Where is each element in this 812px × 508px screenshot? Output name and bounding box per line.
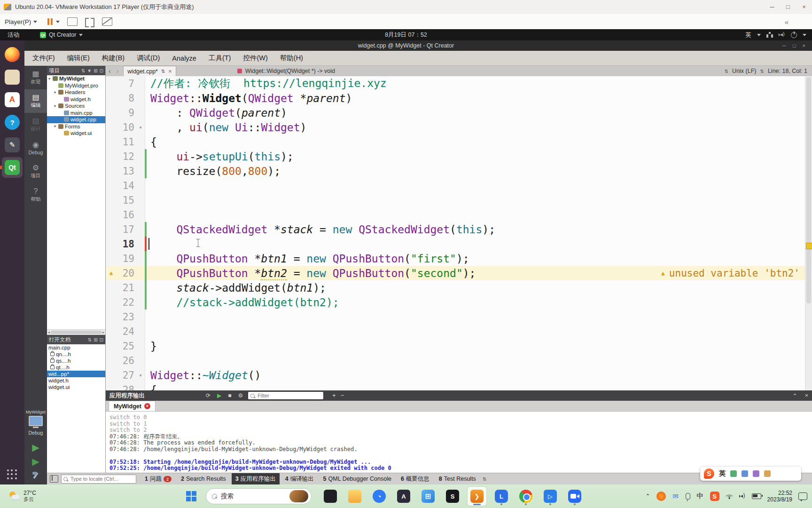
open-document-item[interactable]: qt....h bbox=[47, 364, 105, 371]
send-ctrl-alt-del-icon[interactable] bbox=[67, 17, 78, 26]
open-document-item[interactable]: main.cpp bbox=[47, 344, 105, 351]
open-document-item[interactable]: widget.ui bbox=[47, 384, 105, 390]
editor-scrollbar[interactable] bbox=[805, 76, 812, 390]
tab-combo-icon[interactable]: ⇅ bbox=[161, 69, 165, 74]
panel-button-2[interactable]: 2Search Results bbox=[177, 473, 230, 484]
tray-fox-icon[interactable] bbox=[656, 492, 666, 501]
code-line[interactable]: 23 bbox=[106, 310, 812, 324]
filter-icon[interactable]: ▼ bbox=[87, 68, 92, 73]
taskbar-app-vmware[interactable]: ❯ bbox=[468, 487, 486, 506]
dock-item-texteditor[interactable]: ✎ bbox=[2, 135, 23, 155]
cursor-position-indicator[interactable]: Line: 18, Col: 1 bbox=[768, 68, 807, 74]
locator-input[interactable] bbox=[70, 476, 128, 482]
code-line[interactable]: 24 bbox=[106, 324, 812, 339]
expander-icon[interactable]: ▾ bbox=[54, 124, 58, 128]
player-menu[interactable]: Player(P) bbox=[5, 18, 37, 25]
menu-item[interactable]: 调试(D) bbox=[132, 52, 165, 64]
code-line[interactable]: 17 QStackedWidget *stack = new QStackedW… bbox=[106, 222, 812, 237]
scroll-left-icon[interactable]: ◂ bbox=[48, 330, 50, 334]
app-menu[interactable]: Qt Qt Creator bbox=[40, 32, 83, 38]
open-document-item[interactable]: qs....h bbox=[47, 357, 105, 364]
code-line[interactable]: 15 bbox=[106, 193, 812, 207]
code-line[interactable]: 7//作者: 冷钦街 https://lengqinjie.xyz bbox=[106, 76, 812, 91]
handwriting-icon[interactable] bbox=[753, 470, 759, 477]
toolbox-icon[interactable] bbox=[764, 470, 771, 477]
taskbar-app-meeting[interactable] bbox=[565, 487, 584, 506]
code-line[interactable]: 8Widget::Widget(QWidget *parent) bbox=[106, 91, 812, 105]
window-close-icon[interactable]: × bbox=[803, 43, 805, 48]
output-filter[interactable] bbox=[248, 391, 324, 400]
search-daily-image[interactable] bbox=[289, 490, 308, 502]
sogou-input-bar[interactable]: S 英 bbox=[700, 467, 801, 481]
mode-item-项目[interactable]: ⚙项目 bbox=[24, 160, 47, 183]
code-line[interactable]: 28{ bbox=[106, 382, 812, 390]
menu-item[interactable]: 控件(W) bbox=[238, 52, 273, 64]
encoding-combo-icon[interactable]: ⇅ bbox=[725, 69, 728, 74]
mode-item-Debug[interactable]: ◉Debug bbox=[24, 136, 47, 160]
tray-mic-icon[interactable] bbox=[686, 493, 690, 500]
taskbar-app-appA[interactable]: A bbox=[394, 487, 413, 506]
warning-marker[interactable] bbox=[806, 243, 812, 249]
close-panel-icon[interactable]: × bbox=[805, 392, 808, 399]
tree-item[interactable]: ▾Sources bbox=[47, 103, 105, 110]
run-button[interactable]: ▶ bbox=[32, 442, 39, 452]
dock-item-help[interactable]: ? bbox=[2, 112, 23, 133]
nav-back-icon[interactable]: ‹ bbox=[106, 67, 114, 75]
wifi-icon[interactable] bbox=[726, 493, 733, 499]
taskbar-app-docs[interactable]: ▷ bbox=[541, 487, 560, 506]
open-document-item[interactable]: widget.h bbox=[47, 377, 105, 384]
menu-item[interactable]: 构建(B) bbox=[97, 52, 130, 64]
tree-item[interactable]: ▾Forms bbox=[47, 123, 105, 130]
mode-item-欢迎[interactable]: ▦欢迎 bbox=[24, 66, 47, 89]
vmware-close-button[interactable]: × bbox=[796, 0, 812, 14]
suspend-vm-button[interactable] bbox=[47, 18, 60, 25]
output-filter-input[interactable] bbox=[257, 392, 315, 399]
panel-button-4[interactable]: 4编译输出 bbox=[281, 473, 318, 484]
output-console[interactable]: switch to 0switch to 1switch to 207:46:2… bbox=[106, 412, 812, 472]
tree-item[interactable]: widget.cpp bbox=[47, 116, 105, 123]
encoding-indicator[interactable]: Unix (LF) bbox=[732, 68, 756, 74]
vmware-maximize-button[interactable]: □ bbox=[780, 0, 796, 14]
menu-item[interactable]: 工具(T) bbox=[203, 52, 236, 64]
cursor-combo-icon[interactable]: ⇅ bbox=[760, 69, 764, 74]
maximize-panel-icon[interactable]: ⌃ bbox=[792, 392, 797, 399]
code-line[interactable]: 10▾ , ui(new Ui::Widget) bbox=[106, 120, 812, 135]
panel-button-3[interactable]: 3应用程序输出 bbox=[232, 473, 280, 484]
scrollbar-thumb[interactable] bbox=[51, 331, 102, 334]
mode-item-帮助[interactable]: ?帮助 bbox=[24, 183, 47, 207]
panel-combo-icon[interactable]: ⇅ bbox=[88, 337, 92, 342]
locator[interactable] bbox=[61, 475, 136, 484]
tree-item[interactable]: widget.ui bbox=[47, 130, 105, 137]
code-line[interactable]: 18 bbox=[106, 237, 812, 251]
tray-ime-icon[interactable]: 中 bbox=[695, 492, 705, 501]
tray-chevron-icon[interactable]: ⌃ bbox=[646, 493, 650, 500]
menu-item[interactable]: 帮助(H) bbox=[275, 52, 308, 64]
tree-item[interactable]: ▾MyWidget bbox=[47, 75, 105, 82]
stop-icon[interactable]: ■ bbox=[228, 392, 231, 399]
horizontal-scrollbar[interactable]: ◂ ▸ bbox=[47, 329, 105, 335]
expander-icon[interactable]: ▾ bbox=[48, 77, 53, 81]
close-panel-icon[interactable]: ⊡ bbox=[100, 337, 103, 342]
clock[interactable]: 8月19日 07：52 bbox=[0, 31, 812, 39]
ime-language-indicator[interactable]: 英 bbox=[719, 469, 726, 478]
dock-item-software[interactable]: A bbox=[2, 89, 23, 110]
sogou-logo-icon[interactable]: S bbox=[704, 468, 714, 479]
code-line[interactable]: 27▾Widget::~Widget() bbox=[106, 368, 812, 382]
code-line[interactable]: 14 bbox=[106, 178, 812, 193]
menu-item[interactable]: 文件(F) bbox=[27, 52, 60, 64]
menu-item[interactable]: Analyze bbox=[167, 53, 202, 64]
editor-tab-widget-cpp[interactable]: widget.cpp* ⇅ × bbox=[123, 66, 176, 76]
code-line[interactable]: 22 //stack->addWidget(btn2); bbox=[106, 295, 812, 310]
window-maximize-icon[interactable]: □ bbox=[793, 43, 796, 48]
panel-button-1[interactable]: 1问题2 bbox=[141, 473, 175, 484]
vmware-minimize-button[interactable]: ─ bbox=[764, 0, 780, 14]
expander-icon[interactable]: ▾ bbox=[54, 104, 58, 108]
tab-close-icon[interactable]: × bbox=[168, 68, 172, 75]
symbol-breadcrumb[interactable]: Widget::Widget(QWidget *) -> void bbox=[237, 68, 335, 74]
code-line[interactable]: 16 bbox=[106, 207, 812, 222]
scroll-right-icon[interactable]: ▸ bbox=[102, 330, 104, 334]
fullscreen-icon[interactable] bbox=[85, 18, 94, 25]
nav-forward-icon[interactable]: › bbox=[114, 67, 122, 75]
split-panel-icon[interactable]: ⊞ bbox=[94, 68, 97, 73]
expander-icon[interactable]: ▾ bbox=[54, 90, 58, 95]
